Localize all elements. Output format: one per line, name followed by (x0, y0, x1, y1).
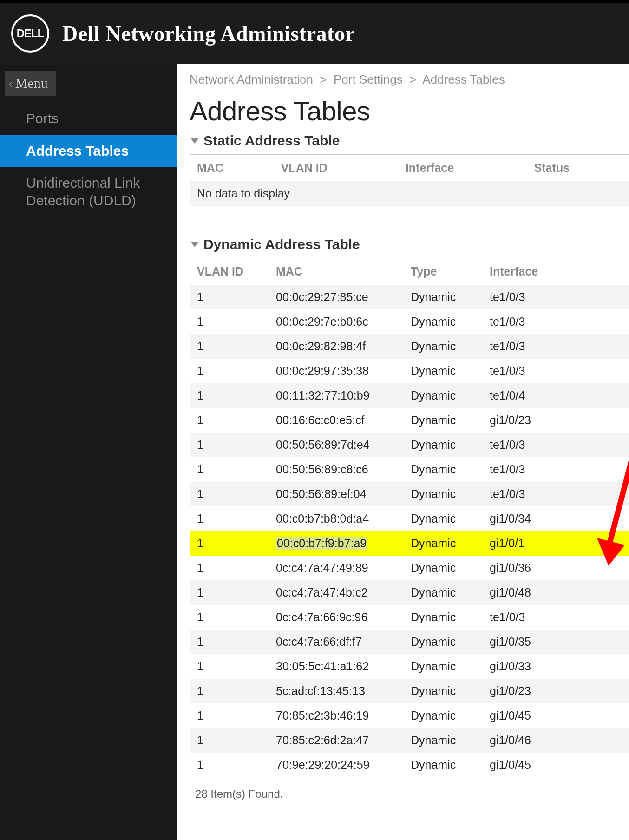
table-row[interactable]: 100:c0:b7:f9:b7:a9Dynamicgi1/0/1 (190, 531, 629, 556)
cell-vlan: 1 (190, 679, 269, 703)
cell-vlan: 1 (190, 728, 269, 753)
cell-mac: 00:c0:b7:b8:0d:a4 (269, 506, 403, 531)
cell-vlan: 1 (190, 605, 269, 630)
cell-interface: gi1/0/45 (482, 753, 629, 777)
cell-type: Dynamic (403, 309, 482, 334)
table-row[interactable]: 100:50:56:89:c8:c6Dynamicte1/0/3 (190, 457, 629, 482)
cell-interface: te1/0/3 (482, 433, 629, 457)
items-found-text: 28 Item(s) Found. (190, 777, 629, 801)
col-status[interactable]: Status (527, 155, 629, 181)
table-row[interactable]: 100:0c:29:97:35:38Dynamicte1/0/3 (190, 359, 629, 383)
table-row[interactable]: 100:0c:29:27:85:ceDynamicte1/0/3 (190, 285, 629, 309)
table-row[interactable]: 10c:c4:7a:47:49:89Dynamicgi1/0/36 (190, 556, 629, 580)
cell-mac: 0c:c4:7a:47:49:89 (269, 556, 403, 580)
dynamic-section-header[interactable]: Dynamic Address Table (190, 234, 629, 258)
breadcrumb[interactable]: Network Administration > Port Settings >… (190, 72, 629, 87)
cell-interface: gi1/0/46 (482, 728, 629, 753)
body-layout: ‹Menu PortsAddress TablesUnidirectional … (0, 64, 629, 840)
cell-type: Dynamic (403, 605, 482, 630)
table-row[interactable]: 10c:c4:7a:66:9c:96Dynamicte1/0/3 (190, 605, 629, 630)
chevron-left-icon: ‹ (8, 77, 13, 91)
table-row[interactable]: 100:0c:29:7e:b0:6cDynamicte1/0/3 (190, 309, 629, 334)
cell-vlan: 1 (190, 359, 269, 383)
cell-mac: 70:9e:29:20:24:59 (269, 753, 403, 777)
static-section-header[interactable]: Static Address Table (190, 130, 629, 155)
table-row[interactable]: 170:85:c2:6d:2a:47Dynamicgi1/0/46 (190, 728, 629, 753)
sidebar-item-ports[interactable]: Ports (0, 102, 177, 135)
table-row[interactable]: 100:50:56:89:7d:e4Dynamicte1/0/3 (190, 433, 629, 457)
table-row[interactable]: 10c:c4:7a:47:4b:c2Dynamicgi1/0/48 (190, 580, 629, 605)
sidebar-item-address-tables[interactable]: Address Tables (0, 135, 177, 167)
cell-mac: 70:85:c2:3b:46:19 (269, 703, 403, 728)
chevron-down-icon (190, 138, 199, 144)
cell-type: Dynamic (403, 728, 482, 753)
page-title: Address Tables (190, 95, 629, 126)
cell-interface: gi1/0/48 (482, 580, 629, 605)
sidebar-item-unidirectional-link-detection-udld[interactable]: Unidirectional Link Detection (UDLD) (0, 167, 177, 217)
cell-mac: 00:0c:29:97:35:38 (269, 359, 403, 383)
cell-interface: gi1/0/33 (482, 654, 629, 679)
menu-back-button[interactable]: ‹Menu (5, 71, 56, 96)
col-vlan[interactable]: VLAN ID (190, 258, 269, 285)
app-header: DELL Dell Networking Administrator (0, 0, 629, 64)
cell-type: Dynamic (403, 457, 482, 482)
cell-interface: te1/0/4 (482, 383, 629, 408)
cell-vlan: 1 (190, 457, 269, 482)
breadcrumb-part[interactable]: Address Tables (422, 72, 505, 86)
table-row[interactable]: 100:11:32:77:10:b9Dynamicte1/0/4 (190, 383, 629, 408)
cell-mac: 00:0c:29:82:98:4f (269, 334, 403, 359)
col-type[interactable]: Type (403, 258, 482, 285)
cell-vlan: 1 (190, 482, 269, 506)
cell-vlan: 1 (190, 408, 269, 433)
table-row[interactable]: 130:05:5c:41:a1:62Dynamicgi1/0/33 (190, 654, 629, 679)
cell-interface: gi1/0/34 (482, 506, 629, 531)
cell-interface: te1/0/3 (482, 482, 629, 506)
cell-mac: 0c:c4:7a:47:4b:c2 (269, 580, 403, 605)
cell-mac: 00:c0:b7:f9:b7:a9 (269, 531, 403, 556)
table-row[interactable]: 170:85:c2:3b:46:19Dynamicgi1/0/45 (190, 703, 629, 728)
cell-vlan: 1 (190, 285, 269, 309)
sidebar-item-label: Unidirectional Link Detection (UDLD) (26, 175, 140, 208)
table-row[interactable]: 100:0c:29:82:98:4fDynamicte1/0/3 (190, 334, 629, 359)
cell-type: Dynamic (403, 506, 482, 531)
cell-interface: te1/0/3 (482, 359, 629, 383)
cell-type: Dynamic (403, 531, 482, 556)
col-mac[interactable]: MAC (190, 155, 274, 181)
cell-type: Dynamic (403, 630, 482, 654)
no-data-row: No data to display (190, 181, 629, 206)
cell-vlan: 1 (190, 506, 269, 531)
dynamic-address-section: Dynamic Address Table VLAN ID MAC Type I… (190, 234, 629, 801)
cell-mac: 00:0c:29:7e:b0:6c (269, 309, 403, 334)
col-interface[interactable]: Interface (398, 155, 527, 181)
cell-interface: gi1/0/1 (482, 531, 629, 556)
table-row[interactable]: 100:50:56:89:ef:04Dynamicte1/0/3 (190, 482, 629, 506)
no-data-text: No data to display (190, 181, 629, 206)
table-row[interactable]: 100:c0:b7:b8:0d:a4Dynamicgi1/0/34 (190, 506, 629, 531)
breadcrumb-part[interactable]: Network Administration (190, 72, 313, 86)
cell-vlan: 1 (190, 334, 269, 359)
cell-type: Dynamic (403, 654, 482, 679)
sidebar: ‹Menu PortsAddress TablesUnidirectional … (0, 64, 177, 840)
table-row[interactable]: 100:16:6c:c0:e5:cfDynamicgi1/0/23 (190, 408, 629, 433)
cell-mac: 00:50:56:89:c8:c6 (269, 457, 403, 482)
cell-vlan: 1 (190, 630, 269, 654)
cell-interface: gi1/0/36 (482, 556, 629, 580)
col-mac[interactable]: MAC (269, 258, 403, 285)
cell-vlan: 1 (190, 309, 269, 334)
cell-type: Dynamic (403, 679, 482, 703)
sidebar-item-label: Ports (26, 111, 59, 126)
menu-back-label: Menu (15, 75, 48, 91)
col-vlan[interactable]: VLAN ID (274, 155, 398, 181)
cell-type: Dynamic (403, 359, 482, 383)
cell-mac: 00:0c:29:27:85:ce (269, 285, 403, 309)
table-row[interactable]: 170:9e:29:20:24:59Dynamicgi1/0/45 (190, 753, 629, 777)
cell-type: Dynamic (403, 334, 482, 359)
app-title: Dell Networking Administrator (62, 21, 355, 46)
sidebar-item-label: Address Tables (26, 143, 129, 158)
dynamic-address-table: VLAN ID MAC Type Interface 100:0c:29:27:… (190, 258, 629, 777)
table-row[interactable]: 15c:ad:cf:13:45:13Dynamicgi1/0/23 (190, 679, 629, 703)
breadcrumb-part[interactable]: Port Settings (334, 72, 403, 86)
table-row[interactable]: 10c:c4:7a:66:df:f7Dynamicgi1/0/35 (190, 630, 629, 654)
col-interface[interactable]: Interface (482, 258, 629, 285)
cell-mac: 00:16:6c:c0:e5:cf (269, 408, 403, 433)
